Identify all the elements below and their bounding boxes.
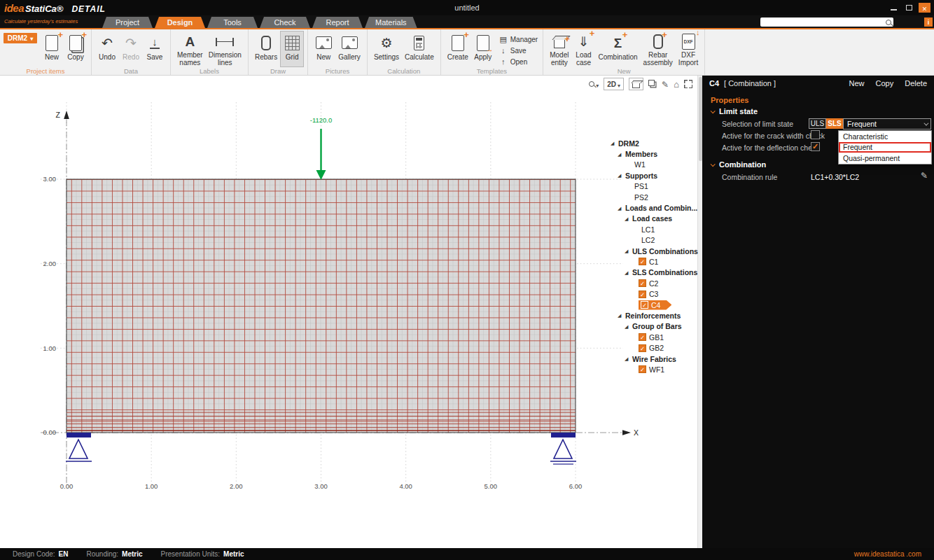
tree-item-wf1[interactable]: WF1 [608, 364, 702, 374]
home-view-button[interactable] [674, 78, 679, 90]
support-left[interactable] [66, 433, 92, 461]
model-entity-button[interactable]: Model entity [547, 31, 571, 67]
tree-item-loads-and-combinations[interactable]: Loads and Combin... [608, 202, 702, 213]
tree-item-ps1[interactable]: PS1 [608, 181, 702, 192]
member-names-button[interactable]: Member names [174, 31, 206, 67]
checkbox-checked[interactable] [639, 279, 646, 287]
tree-item-gb2[interactable]: GB2 [608, 342, 702, 353]
tree-item-uls-combinations[interactable]: ULS Combinations [608, 246, 702, 256]
expander-icon[interactable] [625, 270, 630, 275]
new-picture-button[interactable]: New [312, 31, 335, 67]
restore-button[interactable] [903, 3, 915, 13]
info-button[interactable] [924, 18, 933, 27]
dropdown-option-quasi-permanent[interactable]: Quasi-permanent [839, 153, 931, 164]
checkbox-checked[interactable] [639, 344, 646, 352]
checkbox-checked[interactable] [639, 365, 646, 373]
expander-icon[interactable] [625, 248, 630, 253]
dxf-import-button[interactable]: DXF Import [676, 31, 701, 67]
checkbox-checked[interactable] [639, 290, 646, 298]
tree-item-sls-combinations[interactable]: SLS Combinations [608, 267, 702, 278]
checkbox-checked[interactable] [639, 333, 646, 341]
limit-state-dropdown[interactable]: Frequent [843, 118, 931, 130]
crack-width-checkbox-unchecked[interactable] [811, 130, 820, 139]
checkbox-checked[interactable] [641, 301, 648, 309]
expander-icon[interactable] [618, 206, 623, 211]
copy-project-item-button[interactable]: Copy [64, 31, 88, 67]
tree-item-lc2[interactable]: LC2 [608, 235, 702, 246]
expander-icon[interactable] [618, 173, 623, 178]
rebar-assembly-button[interactable]: Rebar assembly [641, 31, 676, 67]
model-canvas[interactable]: Z X [0, 76, 702, 548]
template-save-button[interactable]: Save [498, 46, 539, 55]
tree-item-reinforcements[interactable]: Reinforcements [608, 310, 702, 321]
limit-state-section-header[interactable]: Limit state [711, 107, 758, 115]
minimize-button[interactable] [888, 3, 900, 13]
calculate-button[interactable]: Calculate [402, 31, 437, 67]
tree-item-members[interactable]: Members [608, 148, 702, 159]
copy-view-button[interactable] [648, 80, 657, 88]
combination-button[interactable]: Combination [595, 31, 640, 67]
tree-item-gb1[interactable]: GB1 [608, 332, 702, 342]
expander-icon[interactable] [625, 356, 630, 361]
dimension-lines-button[interactable]: Dimension lines [206, 31, 244, 67]
settings-button[interactable]: Settings [371, 31, 402, 67]
new-combination-button[interactable]: New [849, 79, 865, 88]
template-create-button[interactable]: Create [445, 31, 471, 67]
sls-toggle-button[interactable]: SLS [826, 118, 843, 129]
expander-icon[interactable] [625, 324, 630, 329]
template-open-button[interactable]: Open [498, 57, 539, 66]
expander-icon[interactable] [618, 313, 623, 318]
template-apply-button[interactable]: Apply [471, 31, 495, 67]
tree-item-wire-fabrics[interactable]: Wire Fabrics [608, 354, 702, 364]
search-icon[interactable] [886, 20, 891, 25]
tree-item-lc1[interactable]: LC1 [608, 224, 702, 234]
copy-combination-button[interactable]: Copy [876, 79, 894, 88]
save-button[interactable]: Save [143, 31, 167, 67]
new-project-item-button[interactable]: New [40, 31, 64, 67]
rebars-button[interactable]: Rebars [252, 31, 280, 67]
grid-button[interactable]: Grid [280, 31, 304, 67]
close-button[interactable] [919, 3, 930, 13]
axonometry-view-button[interactable] [629, 78, 643, 90]
tab-materials[interactable]: Materials [365, 17, 417, 28]
tree-item-c2[interactable]: C2 [608, 278, 702, 288]
tree-item-drm2[interactable]: DRM2 [608, 138, 702, 148]
view-mode-dropdown[interactable]: 2D [604, 78, 624, 90]
load-case-button[interactable]: Load case [571, 31, 595, 67]
tree-item-ps2[interactable]: PS2 [608, 192, 702, 202]
tab-project[interactable]: Project [102, 17, 153, 28]
redo-button[interactable]: Redo [119, 31, 143, 67]
tab-check[interactable]: Check [260, 17, 310, 28]
expander-icon[interactable] [625, 216, 630, 221]
tree-item-supports[interactable]: Supports [608, 170, 702, 181]
search-input[interactable] [762, 18, 886, 26]
undo-button[interactable]: Undo [95, 31, 119, 67]
tree-item-w1[interactable]: W1 [608, 160, 702, 170]
gallery-button[interactable]: Gallery [335, 31, 363, 67]
dropdown-option-characteristic[interactable]: Characteristic [839, 131, 931, 142]
tab-tools[interactable]: Tools [207, 17, 258, 28]
expander-icon[interactable] [611, 141, 616, 146]
tree-item-c1[interactable]: C1 [608, 256, 702, 267]
project-item-selector[interactable]: DRM2 [4, 33, 37, 43]
uls-toggle-button[interactable]: ULS [809, 118, 826, 129]
tree-item-group-of-bars[interactable]: Group of Bars [608, 321, 702, 332]
fit-view-button[interactable] [684, 80, 692, 88]
template-manager-button[interactable]: Manager [498, 34, 539, 44]
zoom-button[interactable] [589, 78, 599, 90]
support-right[interactable] [550, 433, 576, 464]
tree-item-c3[interactable]: C3 [608, 288, 702, 299]
edit-rule-pencil-icon[interactable] [921, 171, 928, 181]
deflection-checkbox-checked[interactable] [811, 142, 820, 151]
dropdown-option-frequent[interactable]: Frequent [839, 142, 931, 153]
combination-section-header[interactable]: Combination [711, 160, 766, 169]
expander-icon[interactable] [618, 152, 623, 157]
sketch-button[interactable] [662, 78, 669, 90]
website-link[interactable]: www.ideastatica .com [854, 550, 921, 558]
delete-combination-button[interactable]: Delete [905, 79, 927, 88]
tree-item-load-cases[interactable]: Load cases [608, 214, 702, 224]
tab-report[interactable]: Report [312, 17, 363, 28]
checkbox-checked[interactable] [639, 258, 646, 265]
beam-member[interactable] [67, 179, 576, 433]
tree-item-c4-selected[interactable]: C4 [608, 300, 702, 310]
